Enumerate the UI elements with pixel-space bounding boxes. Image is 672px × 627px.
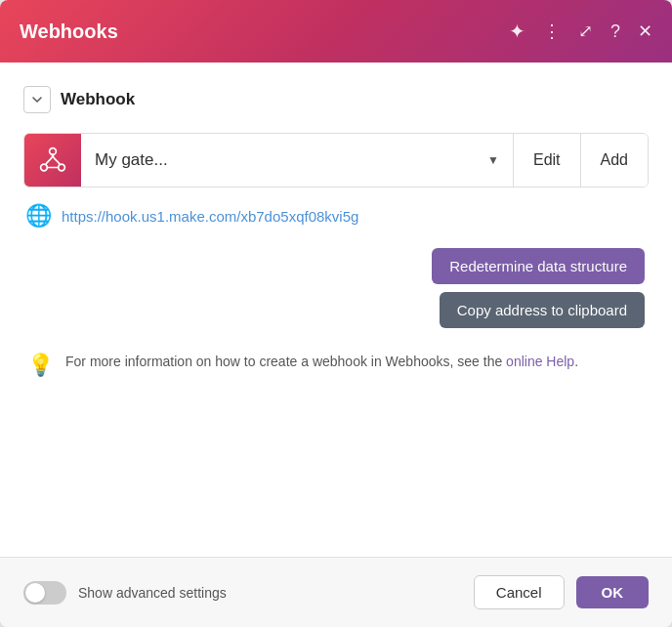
header-icons: ✦ ⋮ ⤢ ? ✕ — [509, 20, 652, 43]
ok-button[interactable]: OK — [576, 576, 650, 608]
expand-icon[interactable]: ⤢ — [578, 21, 593, 42]
webhook-icon-box — [24, 134, 81, 187]
info-text-before: For more information on how to create a … — [65, 354, 506, 369]
add-button[interactable]: Add — [581, 134, 648, 187]
dialog-title: Webhooks — [20, 21, 118, 43]
more-options-icon[interactable]: ⋮ — [543, 21, 561, 42]
webhook-url[interactable]: https://hook.us1.make.com/xb7do5xqf08kvi… — [62, 208, 358, 225]
url-row: 🌐 https://hook.us1.make.com/xb7do5xqf08k… — [23, 203, 649, 229]
webhook-selected-value: My gate... — [95, 150, 480, 170]
redetermine-button[interactable]: Redetermine data structure — [432, 248, 645, 284]
edit-button[interactable]: Edit — [514, 134, 581, 187]
info-text-after: . — [574, 354, 578, 369]
footer-buttons: Cancel OK — [474, 575, 649, 609]
bulb-icon: 💡 — [27, 353, 54, 378]
collapse-button[interactable] — [23, 86, 51, 113]
online-help-link[interactable]: online Help — [506, 354, 574, 369]
section-title: Webhook — [61, 90, 135, 109]
dialog-header: Webhooks ✦ ⋮ ⤢ ? ✕ — [0, 0, 672, 63]
svg-point-1 — [41, 164, 48, 171]
svg-point-0 — [50, 148, 57, 155]
svg-point-2 — [59, 164, 65, 171]
dialog-footer: Show advanced settings Cancel OK — [0, 557, 672, 627]
tooltip-area: Redetermine data structure Copy address … — [23, 248, 649, 328]
help-icon[interactable]: ? — [610, 21, 620, 42]
dialog-body: Webhook My gate... ▼ Edit — [0, 63, 672, 557]
info-text: For more information on how to create a … — [65, 352, 578, 373]
cancel-button[interactable]: Cancel — [474, 575, 565, 609]
advanced-settings-toggle[interactable] — [23, 581, 66, 605]
toggle-knob — [25, 583, 45, 603]
webhook-selector[interactable]: My gate... ▼ — [81, 134, 514, 187]
info-row: 💡 For more information on how to create … — [23, 352, 649, 378]
sparkle-icon[interactable]: ✦ — [509, 20, 525, 43]
copy-address-button[interactable]: Copy address to clipboard — [440, 292, 645, 328]
toggle-row: Show advanced settings — [23, 581, 227, 605]
webhook-row: My gate... ▼ Edit Add — [23, 133, 649, 188]
dropdown-arrow-icon: ▼ — [487, 153, 499, 167]
toggle-label: Show advanced settings — [78, 585, 227, 601]
dialog: Webhooks ✦ ⋮ ⤢ ? ✕ Webhook — [0, 0, 672, 627]
globe-icon: 🌐 — [25, 203, 52, 229]
section-header: Webhook — [23, 86, 649, 113]
close-icon[interactable]: ✕ — [638, 21, 652, 42]
